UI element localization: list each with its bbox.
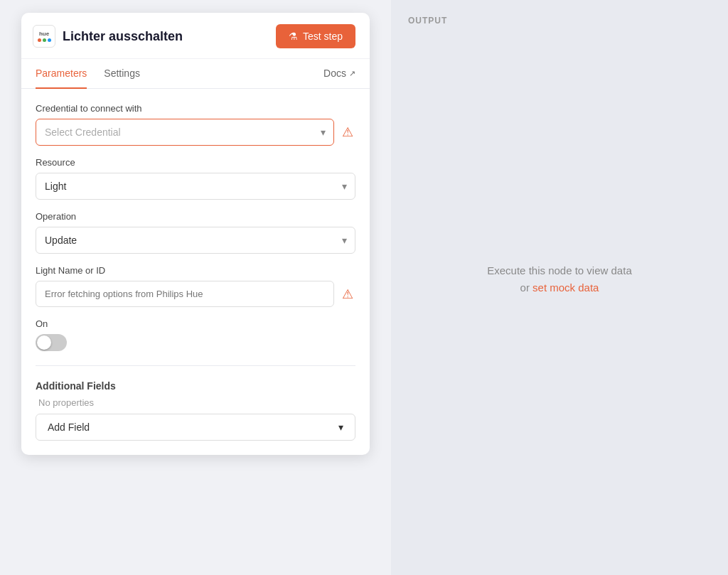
main-card: hue Lichter ausschalten ⚗ Test step <box>21 13 370 455</box>
light-name-input[interactable] <box>36 281 334 307</box>
tabs-bar: Parameters Settings Docs ↗ <box>21 59 370 89</box>
external-link-icon: ↗ <box>349 69 355 78</box>
on-field-group: On <box>36 318 355 351</box>
header-left: hue Lichter ausschalten <box>33 25 183 48</box>
left-panel: hue Lichter ausschalten ⚗ Test step <box>0 0 391 575</box>
on-label: On <box>36 318 355 329</box>
add-field-chevron-icon: ▾ <box>338 421 343 433</box>
on-toggle[interactable] <box>36 334 67 351</box>
credential-select[interactable]: Select Credential <box>36 119 334 146</box>
execute-text: Execute this node to view data or set mo… <box>487 262 631 296</box>
resource-field-group: Resource Light ▾ <box>36 157 355 200</box>
resource-select[interactable]: Light <box>36 173 355 200</box>
output-header: OUTPUT <box>391 0 728 26</box>
no-properties-text: No properties <box>36 397 355 408</box>
light-name-field-group: Light Name or ID ⚠ <box>36 265 355 307</box>
toggle-knob <box>37 335 51 350</box>
add-field-label: Add Field <box>48 421 90 433</box>
light-name-warning-icon: ⚠ <box>340 286 355 302</box>
or-text: or <box>520 281 530 294</box>
hue-logo: hue <box>33 25 55 48</box>
tab-settings[interactable]: Settings <box>104 59 140 89</box>
on-toggle-wrapper <box>36 334 355 351</box>
add-field-button[interactable]: Add Field ▾ <box>36 414 355 441</box>
logo-text: hue <box>39 31 49 37</box>
set-mock-data-link[interactable]: set mock data <box>532 281 599 294</box>
additional-fields-label: Additional Fields <box>36 380 355 392</box>
light-name-label: Light Name or ID <box>36 265 355 276</box>
card-body: Credential to connect with Select Creden… <box>21 89 370 455</box>
test-step-label: Test step <box>303 31 343 42</box>
operation-field-group: Operation Update ▾ <box>36 211 355 254</box>
resource-label: Resource <box>36 157 355 168</box>
operation-label: Operation <box>36 211 355 222</box>
card-title: Lichter ausschalten <box>63 29 183 44</box>
divider <box>36 365 355 366</box>
execute-label: Execute this node to view data <box>487 264 631 276</box>
card-header: hue Lichter ausschalten ⚗ Test step <box>21 13 370 59</box>
credential-field-group: Credential to connect with Select Creden… <box>36 103 355 146</box>
operation-select[interactable]: Update <box>36 227 355 254</box>
output-body: Execute this node to view data or set mo… <box>391 26 728 575</box>
right-panel: OUTPUT Execute this node to view data or… <box>391 0 728 575</box>
additional-fields-section: Additional Fields No properties Add Fiel… <box>36 380 355 441</box>
tab-docs[interactable]: Docs ↗ <box>323 59 355 89</box>
logo-dots <box>38 38 51 42</box>
flask-icon: ⚗ <box>289 31 298 42</box>
tab-parameters[interactable]: Parameters <box>36 59 87 89</box>
test-step-button[interactable]: ⚗ Test step <box>276 24 355 48</box>
credential-label: Credential to connect with <box>36 103 355 114</box>
credential-warning-icon: ⚠ <box>340 124 355 140</box>
